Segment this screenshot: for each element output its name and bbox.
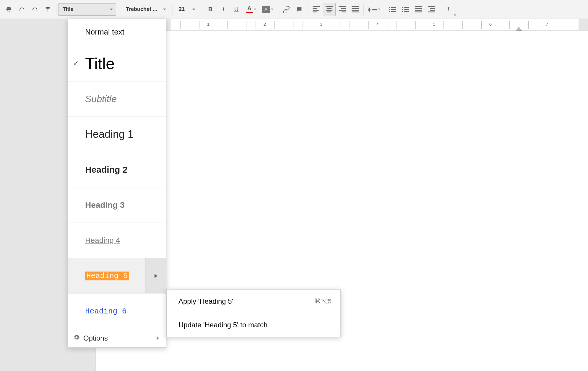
insert-link-button[interactable] [280, 3, 293, 16]
toolbar-separator [56, 4, 56, 15]
right-indent-marker[interactable] [516, 27, 522, 31]
font-size-label: 21 [179, 6, 185, 12]
toolbar-separator [120, 4, 120, 15]
gear-icon [73, 334, 80, 342]
ruler-tick-1: 1 [207, 22, 209, 27]
toolbar-separator [384, 4, 384, 15]
check-icon: ✓ [73, 60, 79, 67]
toolbar-separator [202, 4, 202, 15]
chevron-down-icon [378, 9, 380, 10]
toolbar-separator [440, 4, 440, 15]
align-justify-button[interactable] [349, 3, 362, 16]
highlight-icon: A [262, 6, 270, 13]
toolbar-separator [308, 4, 308, 15]
submenu-arrow-icon[interactable] [145, 258, 166, 293]
horizontal-ruler[interactable]: 1 2 3 4 5 6 7 [95, 19, 579, 31]
chevron-down-icon [254, 9, 256, 10]
paragraph-style-combo[interactable]: Title [58, 3, 116, 16]
insert-comment-button[interactable] [293, 3, 306, 16]
ruler-tick-4: 4 [376, 22, 379, 27]
chevron-down-icon [110, 9, 113, 10]
align-right-button[interactable] [336, 3, 349, 16]
style-label: Normal text [85, 27, 124, 37]
align-center-button[interactable] [323, 3, 336, 16]
ruler-tick-2: 2 [264, 22, 266, 27]
italic-button[interactable]: I [217, 3, 230, 16]
style-item-title[interactable]: ✓ Title [68, 45, 166, 82]
style-item-heading4[interactable]: Heading 4 [68, 223, 166, 258]
style-item-normal[interactable]: Normal text [68, 19, 166, 45]
align-left-button[interactable] [310, 3, 323, 16]
style-item-heading3[interactable]: Heading 3 [68, 187, 166, 223]
style-label: Heading 4 [85, 236, 120, 245]
styles-options-item[interactable]: Options [68, 329, 166, 347]
submenu-label: Apply 'Heading 5' [178, 297, 233, 305]
clear-formatting-button[interactable]: T✕ [442, 3, 455, 16]
toolbar-separator [278, 4, 278, 15]
numbered-list-button[interactable] [386, 3, 399, 16]
style-label: Heading 1 [85, 128, 134, 140]
ruler-tick-6: 6 [489, 22, 492, 27]
style-item-heading2[interactable]: Heading 2 [68, 152, 166, 187]
submenu-update-heading5[interactable]: Update 'Heading 5' to match [167, 313, 340, 337]
paragraph-style-label: Title [63, 6, 74, 12]
style-item-heading5[interactable]: Heading 5 [68, 258, 166, 294]
chevron-down-icon [192, 9, 195, 10]
chevron-right-icon [157, 336, 159, 340]
style-label: Heading 3 [85, 200, 125, 210]
ruler-tick-3: 3 [320, 22, 322, 27]
font-size-combo[interactable]: 21 [175, 3, 198, 16]
decrease-indent-button[interactable] [412, 3, 425, 16]
style-item-heading6[interactable]: Heading 6 [68, 294, 166, 329]
underline-button[interactable]: U [230, 3, 243, 16]
font-label: Trebuchet ... [126, 6, 157, 12]
style-label: Heading 6 [85, 307, 126, 316]
highlight-color-button[interactable]: A [259, 3, 276, 16]
ruler-tick-7: 7 [546, 22, 548, 27]
style-label: Subtitle [85, 94, 117, 104]
redo-button[interactable] [28, 3, 41, 16]
paragraph-styles-menu: Normal text ✓ Title Subtitle Heading 1 H… [68, 19, 166, 348]
submenu-apply-heading5[interactable]: Apply 'Heading 5' ⌘⌥5 [167, 290, 340, 313]
toolbar-separator [173, 4, 173, 15]
line-spacing-button[interactable]: ▲▼ [366, 3, 382, 16]
toolbar-separator [363, 4, 364, 15]
style-label: Heading 5 [85, 272, 129, 280]
paint-format-button[interactable] [41, 3, 54, 16]
svg-marker-0 [516, 27, 522, 31]
bold-button[interactable]: B [204, 3, 217, 16]
options-label: Options [83, 334, 108, 342]
bulleted-list-button[interactable] [399, 3, 412, 16]
chevron-down-icon [271, 9, 273, 10]
style-item-subtitle[interactable]: Subtitle [68, 82, 166, 117]
font-combo[interactable]: Trebuchet ... [122, 3, 169, 16]
style-label: Heading 2 [85, 165, 127, 175]
chevron-down-icon [163, 9, 166, 10]
text-color-button[interactable]: A [243, 3, 259, 16]
ruler-tick-5: 5 [433, 22, 435, 27]
keyboard-shortcut: ⌘⌥5 [314, 298, 332, 305]
style-item-heading1[interactable]: Heading 1 [68, 117, 166, 152]
heading5-submenu: Apply 'Heading 5' ⌘⌥5 Update 'Heading 5'… [166, 289, 341, 337]
toolbar: Title Trebuchet ... 21 B I U A A [0, 0, 588, 19]
submenu-label: Update 'Heading 5' to match [178, 321, 267, 329]
undo-button[interactable] [15, 3, 28, 16]
style-label: Title [85, 54, 115, 73]
print-button[interactable] [2, 3, 15, 16]
increase-indent-button[interactable] [425, 3, 438, 16]
